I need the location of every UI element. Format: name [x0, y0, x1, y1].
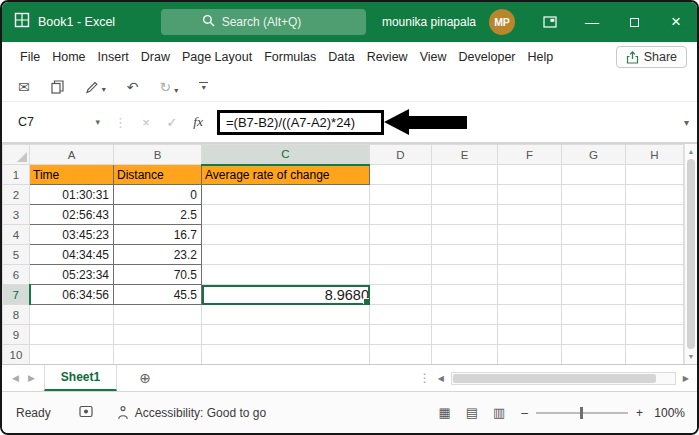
- new-sheet-icon[interactable]: ⊕: [139, 370, 151, 386]
- cell[interactable]: [370, 225, 432, 245]
- share-button[interactable]: Share: [616, 46, 687, 68]
- cell-A6[interactable]: 05:23:34: [30, 265, 114, 285]
- cell[interactable]: [498, 285, 562, 305]
- avatar[interactable]: MP: [489, 9, 515, 35]
- cell[interactable]: [498, 325, 562, 345]
- zoom-slider[interactable]: [536, 412, 628, 414]
- cell[interactable]: [498, 225, 562, 245]
- macro-record-icon[interactable]: [79, 405, 93, 421]
- cell[interactable]: [30, 305, 114, 325]
- ribbon-tab-page-layout[interactable]: Page Layout: [176, 50, 258, 64]
- cell[interactable]: [370, 245, 432, 265]
- name-box[interactable]: C7 ▾: [12, 115, 108, 129]
- ribbon-tab-draw[interactable]: Draw: [135, 50, 176, 64]
- tab-splitter-icon[interactable]: ⋮: [419, 371, 431, 385]
- cell[interactable]: [202, 225, 370, 245]
- cell[interactable]: [498, 305, 562, 325]
- cell-A5[interactable]: 04:34:45: [30, 245, 114, 265]
- cell[interactable]: [562, 265, 626, 285]
- cell[interactable]: [370, 305, 432, 325]
- cell-B3[interactable]: 2.5: [114, 205, 202, 225]
- copy-icon[interactable]: [51, 80, 64, 94]
- cell[interactable]: [562, 305, 626, 325]
- minimize-button[interactable]: —: [571, 2, 613, 42]
- ribbon-tab-home[interactable]: Home: [46, 50, 91, 64]
- cell-B4[interactable]: 16.7: [114, 225, 202, 245]
- cell[interactable]: [498, 205, 562, 225]
- accessibility-status[interactable]: Accessibility: Good to go: [117, 406, 266, 420]
- formula-input[interactable]: =(B7-B2)/((A7-A2)*24): [217, 102, 697, 142]
- cell[interactable]: [562, 325, 626, 345]
- vertical-scrollbar-thumb[interactable]: [687, 159, 695, 349]
- row-header-7[interactable]: 7: [3, 285, 30, 305]
- cell[interactable]: [370, 185, 432, 205]
- column-header-E[interactable]: E: [432, 145, 498, 165]
- ribbon-tab-data[interactable]: Data: [322, 50, 360, 64]
- cell[interactable]: [498, 165, 562, 185]
- cell[interactable]: [202, 205, 370, 225]
- row-header-3[interactable]: 3: [3, 205, 30, 225]
- cell[interactable]: [202, 265, 370, 285]
- scroll-up-icon[interactable]: ▲: [688, 146, 695, 157]
- cell[interactable]: [114, 345, 202, 365]
- row-header-9[interactable]: 9: [3, 325, 30, 345]
- row-header-4[interactable]: 4: [3, 225, 30, 245]
- cell[interactable]: [30, 325, 114, 345]
- page-layout-view-icon[interactable]: ▤: [466, 405, 478, 420]
- ribbon-tab-view[interactable]: View: [414, 50, 453, 64]
- cell-A7[interactable]: 06:34:56: [30, 285, 114, 305]
- ribbon-tab-file[interactable]: File: [14, 50, 46, 64]
- horizontal-scrollbar-thumb[interactable]: [453, 374, 656, 383]
- row-header-10[interactable]: 10: [3, 345, 30, 365]
- cell[interactable]: [432, 245, 498, 265]
- column-header-B[interactable]: B: [114, 145, 202, 165]
- cell[interactable]: [498, 345, 562, 365]
- cell[interactable]: [498, 245, 562, 265]
- cell-B1[interactable]: Distance: [114, 165, 202, 185]
- scroll-right-icon[interactable]: ▶: [683, 374, 689, 383]
- row-header-2[interactable]: 2: [3, 185, 30, 205]
- expand-formula-bar-icon[interactable]: ▾: [684, 117, 689, 128]
- cell[interactable]: [370, 325, 432, 345]
- cell-A3[interactable]: 02:56:43: [30, 205, 114, 225]
- chevron-down-icon[interactable]: ▾: [174, 86, 178, 95]
- next-sheet-icon[interactable]: ▶: [28, 373, 35, 383]
- cell[interactable]: [562, 165, 626, 185]
- cell[interactable]: [202, 185, 370, 205]
- cell[interactable]: [432, 185, 498, 205]
- select-all-button[interactable]: [3, 145, 30, 165]
- email-icon[interactable]: ✉: [18, 79, 30, 95]
- cell-C7-selected[interactable]: 8.9680: [202, 285, 370, 305]
- cancel-icon[interactable]: ×: [133, 115, 159, 130]
- column-header-D[interactable]: D: [370, 145, 432, 165]
- row-header-5[interactable]: 5: [3, 245, 30, 265]
- ribbon-tab-insert[interactable]: Insert: [92, 50, 135, 64]
- enter-icon[interactable]: ✓: [159, 115, 185, 130]
- chevron-down-icon[interactable]: ▾: [102, 85, 106, 94]
- cell[interactable]: [432, 285, 498, 305]
- pen-tool-icon[interactable]: ▾: [85, 80, 106, 94]
- cell[interactable]: [562, 185, 626, 205]
- ribbon-tab-formulas[interactable]: Formulas: [258, 50, 322, 64]
- cell[interactable]: [432, 205, 498, 225]
- zoom-out-icon[interactable]: –: [521, 406, 528, 420]
- sheet-tab-sheet1[interactable]: Sheet1: [44, 365, 117, 391]
- cell[interactable]: [432, 265, 498, 285]
- cell[interactable]: [562, 225, 626, 245]
- cell-B7[interactable]: 45.5: [114, 285, 202, 305]
- cell[interactable]: [498, 265, 562, 285]
- close-button[interactable]: ×: [655, 2, 697, 42]
- user-name[interactable]: mounika pinapala: [382, 15, 476, 29]
- cell[interactable]: [370, 265, 432, 285]
- column-header-H[interactable]: H: [626, 145, 684, 165]
- cell[interactable]: [432, 345, 498, 365]
- cell[interactable]: [562, 205, 626, 225]
- cell[interactable]: [626, 185, 684, 205]
- cell[interactable]: [562, 345, 626, 365]
- cell[interactable]: [370, 165, 432, 185]
- cell-A1[interactable]: Time: [30, 165, 114, 185]
- cell[interactable]: [202, 245, 370, 265]
- cell[interactable]: [626, 345, 684, 365]
- ribbon-tab-review[interactable]: Review: [361, 50, 414, 64]
- cell[interactable]: [114, 325, 202, 345]
